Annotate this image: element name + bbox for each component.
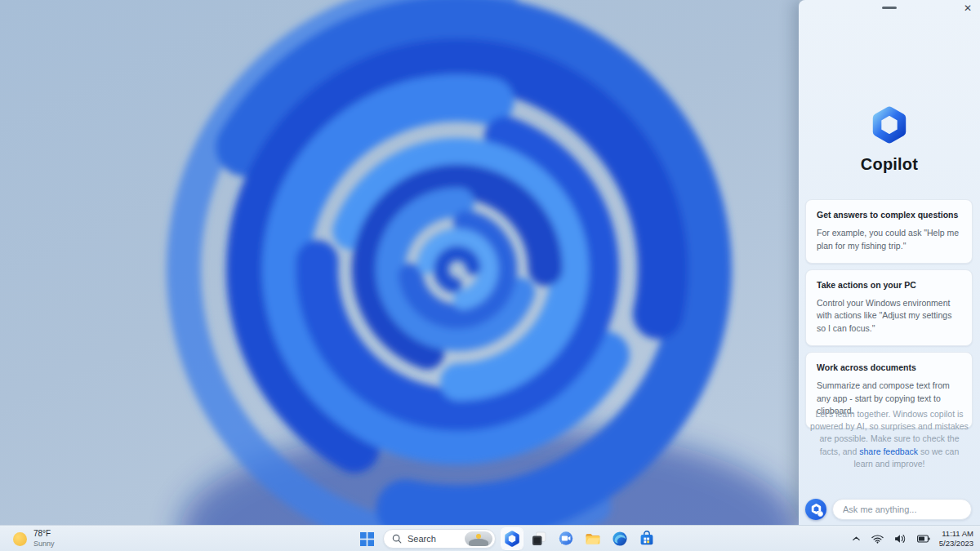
- desktop-wallpaper: [0, 0, 799, 525]
- taskbar: 78°F Sunny Search: [0, 525, 980, 551]
- start-button[interactable]: [356, 528, 377, 549]
- chat-icon: [558, 531, 574, 547]
- chat-input-row: [805, 498, 972, 520]
- windows-logo-icon: [360, 532, 374, 546]
- taskbar-chat-button[interactable]: [555, 528, 577, 549]
- bloom-wallpaper-art: [0, 0, 799, 525]
- card-body: For example, you could ask "Help me plan…: [817, 227, 961, 253]
- close-icon[interactable]: ✕: [961, 2, 974, 15]
- edge-icon: [612, 531, 628, 547]
- search-highlight-image: [465, 531, 492, 546]
- file-explorer-icon: [585, 531, 601, 547]
- weather-condition: Sunny: [33, 540, 55, 549]
- weather-widget[interactable]: 78°F Sunny: [8, 526, 60, 551]
- taskbar-center: Search: [356, 526, 657, 551]
- wifi-icon: [871, 534, 884, 544]
- card-take-actions[interactable]: Take actions on your PC Control your Win…: [805, 269, 973, 346]
- suggestion-cards: Get answers to complex questions For exa…: [805, 199, 973, 429]
- taskbar-copilot-button[interactable]: [501, 528, 523, 549]
- taskbar-search-box[interactable]: Search: [383, 529, 496, 549]
- battery-indicator[interactable]: [915, 533, 932, 544]
- card-title: Work across documents: [817, 362, 961, 372]
- clock-date-widget[interactable]: 11:11 AM 5/23/2023: [939, 529, 975, 549]
- volume-indicator[interactable]: [893, 532, 908, 545]
- weather-temperature: 78°F: [33, 529, 55, 540]
- battery-icon: [917, 535, 930, 543]
- task-view-icon: [531, 531, 547, 547]
- taskbar-edge-button[interactable]: [609, 528, 630, 549]
- copilot-panel: ✕ Copilot Get answers to complex questio…: [799, 0, 980, 525]
- tray-time: 11:11 AM: [939, 529, 973, 539]
- card-title: Get answers to complex questions: [817, 210, 961, 220]
- card-body: Control your Windows environment with ac…: [817, 297, 961, 335]
- ask-me-anything-input[interactable]: [832, 499, 972, 520]
- copilot-badge-dot: [817, 511, 823, 517]
- search-label: Search: [408, 534, 459, 544]
- wifi-indicator[interactable]: [870, 532, 885, 545]
- card-title: Take actions on your PC: [817, 280, 961, 290]
- tray-date: 5/23/2023: [939, 539, 973, 549]
- taskbar-task-view-button[interactable]: [528, 528, 550, 549]
- copilot-icon: [504, 531, 520, 547]
- ai-disclaimer: Let's learn together. Windows copilot is…: [810, 408, 969, 470]
- speaker-icon: [894, 534, 906, 544]
- panel-drag-handle[interactable]: [882, 7, 897, 9]
- panel-title: Copilot: [799, 155, 980, 174]
- card-complex-questions[interactable]: Get answers to complex questions For exa…: [805, 199, 973, 264]
- copilot-logo-block: Copilot: [799, 106, 980, 174]
- microsoft-store-icon: [639, 531, 655, 547]
- taskbar-store-button[interactable]: [636, 528, 657, 549]
- sun-icon: [13, 532, 27, 546]
- copilot-logo-icon: [871, 106, 908, 144]
- chevron-up-icon: [852, 535, 861, 542]
- share-feedback-link[interactable]: share feedback: [859, 447, 918, 456]
- system-tray: 11:11 AM 5/23/2023: [850, 526, 975, 551]
- hidden-icons-chevron[interactable]: [850, 534, 862, 544]
- copilot-chat-icon[interactable]: [805, 499, 826, 520]
- taskbar-file-explorer-button[interactable]: [582, 528, 604, 549]
- search-icon: [392, 534, 402, 544]
